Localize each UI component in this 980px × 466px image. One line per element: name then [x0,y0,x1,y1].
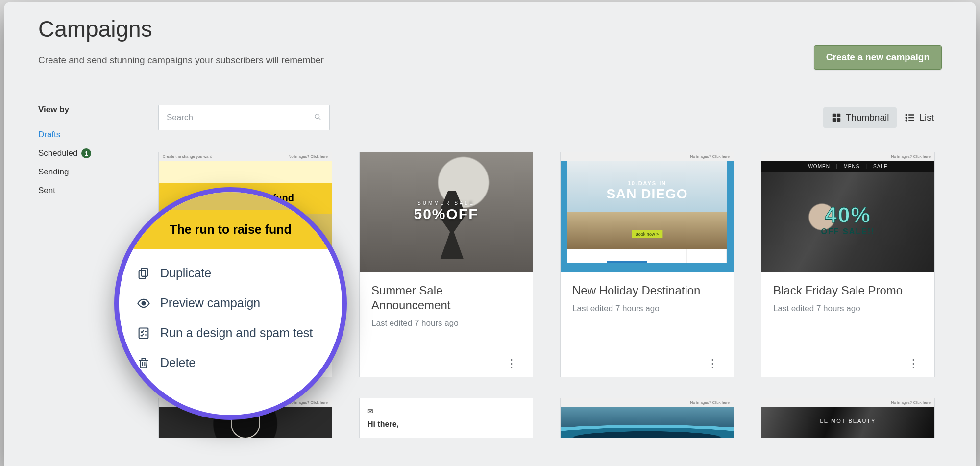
sidebar-item-label: Sending [38,167,69,177]
svg-point-8 [906,117,907,118]
campaign-thumbnail: No images? Click here 10-DAYS INSAN DIEG… [561,152,734,272]
app-window: Campaigns Create and send stunning campa… [4,2,976,466]
view-toggle-list[interactable]: List [897,107,942,128]
svg-rect-5 [837,118,840,122]
menu-delete[interactable]: Delete [137,348,340,378]
menu-preview[interactable]: Preview campaign [137,288,340,318]
card-actions-button[interactable]: ⋮ [503,358,520,369]
search-icon [314,113,321,122]
menu-spam-test[interactable]: Run a design and spam test [137,318,340,348]
campaign-card[interactable]: No images? Click here WOMEN|MENS|SALE 40… [761,152,935,377]
sidebar-item-label: Drafts [38,130,60,140]
campaign-title: New Holiday Destination [572,283,722,298]
grid-icon [831,112,842,123]
svg-rect-15 [139,328,148,338]
svg-rect-12 [141,268,147,276]
toggle-label: Thumbnail [846,112,889,123]
page-title: Campaigns [38,16,324,42]
card-context-menu: Duplicate Preview campaign Run a design … [119,249,342,407]
page-subtitle: Create and send stunning campaigns your … [38,55,324,66]
svg-rect-2 [832,114,835,117]
campaign-thumbnail: No images? Click here SUMMER SALE50%OFF [360,152,533,272]
view-toggle: Thumbnail List [823,107,942,128]
svg-point-14 [142,301,146,305]
campaign-card[interactable]: No images? Click here LE MOT BEAUTY [761,398,935,438]
campaign-title: Black Friday Sale Promo [773,283,923,298]
menu-item-label: Delete [160,356,196,370]
card-actions-button[interactable]: ⋮ [704,358,721,369]
copy-icon [137,267,150,280]
campaign-meta: Last edited 7 hours ago [572,304,722,314]
highlight-magnifier: No images? Click here The run to raise f… [114,187,347,420]
sidebar-item-drafts[interactable]: Drafts [38,125,158,144]
scheduled-badge: 1 [81,148,91,158]
list-icon [905,112,915,123]
menu-item-label: Run a design and spam test [160,326,313,340]
campaign-card[interactable]: No images? Click here [560,398,734,438]
search-input-wrapper[interactable] [158,105,330,130]
sidebar-item-sending[interactable]: Sending [38,163,158,181]
trash-icon [137,356,150,370]
svg-line-1 [319,118,320,120]
sidebar-item-scheduled[interactable]: Scheduled 1 [38,144,158,163]
campaign-card[interactable]: No images? Click here SUMMER SALE50%OFF … [359,152,533,377]
svg-rect-3 [837,114,840,117]
campaign-meta: Last edited 7 hours ago [773,304,923,314]
campaign-meta: Last edited 7 hours ago [371,319,521,328]
svg-point-10 [906,120,907,121]
sidebar-item-label: Scheduled [38,148,77,158]
checklist-icon [137,326,150,340]
sidebar-item-label: Sent [38,186,55,196]
campaign-thumbnail: No images? Click here LE MOT BEAUTY [761,398,934,438]
envelope-icon: ✉ [368,407,525,415]
svg-point-0 [315,114,319,119]
campaign-card[interactable]: No images? Click here 10-DAYS INSAN DIEG… [560,152,734,377]
menu-item-label: Duplicate [160,266,211,280]
create-campaign-button[interactable]: Create a new campaign [814,45,942,70]
svg-rect-13 [139,270,146,278]
viewby-label: View by [38,105,158,115]
campaign-card[interactable]: ✉ Hi there, [359,398,533,438]
campaign-thumbnail: No images? Click here WOMEN|MENS|SALE 40… [761,152,934,272]
campaign-thumbnail: ✉ Hi there, [360,398,533,438]
eye-icon [137,296,150,310]
menu-duplicate[interactable]: Duplicate [137,258,340,288]
svg-rect-4 [832,118,835,122]
campaign-title: Summer Sale Announcement [371,283,521,313]
search-input[interactable] [167,113,314,123]
svg-point-6 [906,114,907,115]
toggle-label: List [919,112,934,123]
sidebar-item-sent[interactable]: Sent [38,181,158,200]
menu-item-label: Preview campaign [160,296,260,310]
card-actions-button[interactable]: ⋮ [905,358,922,369]
view-toggle-thumbnail[interactable]: Thumbnail [823,107,897,128]
campaign-thumbnail: No images? Click here [561,398,734,438]
